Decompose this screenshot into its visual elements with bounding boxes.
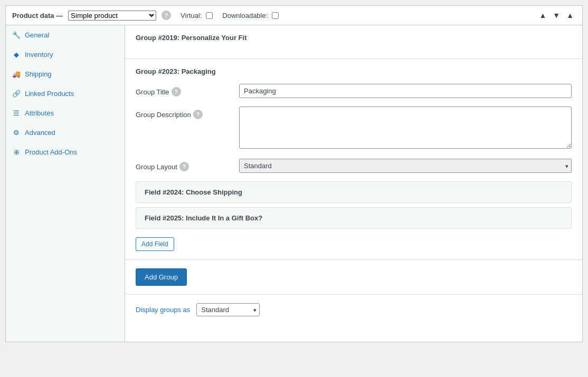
virtual-checkbox[interactable] (206, 12, 213, 19)
product-data-body: 🔧 General ◆ Inventory 🚚 Shipping 🔗 Linke… (6, 25, 582, 342)
display-groups-label: Display groups as (136, 306, 190, 314)
main-content: Group #2019: Personalize Your Fit Group … (125, 25, 582, 342)
group-title-label: Group Title ? (136, 84, 231, 96)
product-data-header: Product data — Simple product Grouped pr… (6, 6, 582, 25)
display-groups-select-wrapper: Standard Tabs Accordion (196, 303, 260, 316)
product-type-wrapper: Simple product Grouped product External/… (68, 11, 156, 21)
add-field-button[interactable]: Add Field (136, 237, 174, 251)
group1-title: Group #2019: Personalize Your Fit (136, 34, 572, 42)
header-actions: ▲ ▼ ▲ (537, 10, 576, 21)
expand-down-button[interactable]: ▼ (551, 10, 562, 21)
product-type-help-icon[interactable]: ? (162, 11, 171, 20)
display-groups-select[interactable]: Standard Tabs Accordion (196, 303, 260, 316)
sidebar-item-attributes-label: Attributes (25, 109, 54, 117)
group-description-row: Group Description ? (136, 107, 572, 150)
group-layout-label: Group Layout ? (136, 159, 231, 171)
sidebar-item-general-label: General (25, 31, 49, 39)
add-group-section: Add Group (125, 260, 582, 295)
truck-icon: 🚚 (12, 70, 21, 78)
plus-circle-icon: ⊕ (12, 148, 21, 156)
group-description-help-icon[interactable]: ? (193, 110, 203, 119)
downloadable-label: Downloadable: (222, 12, 268, 20)
sidebar-item-general[interactable]: 🔧 General (6, 25, 125, 45)
product-type-select[interactable]: Simple product Grouped product External/… (68, 11, 156, 21)
virtual-label: Virtual: (181, 12, 202, 20)
group-layout-select[interactable]: Standard Compact Inline (239, 159, 572, 173)
sidebar-item-attributes[interactable]: ☰ Attributes (6, 103, 125, 123)
list-icon: ☰ (12, 109, 21, 117)
display-groups-section: Display groups as Standard Tabs Accordio… (125, 295, 582, 325)
expand-up-button[interactable]: ▲ (537, 10, 548, 21)
group-layout-field: Standard Compact Inline (239, 159, 572, 173)
sidebar-item-advanced[interactable]: ⚙ Advanced (6, 123, 125, 142)
group-title-field (239, 84, 572, 98)
sidebar-item-product-add-ons[interactable]: ⊕ Product Add-Ons (6, 142, 125, 162)
add-group-button[interactable]: Add Group (136, 268, 187, 286)
sidebar: 🔧 General ◆ Inventory 🚚 Shipping 🔗 Linke… (6, 25, 125, 342)
field-item-2025: Field #2025: Include It In a Gift Box? (136, 207, 572, 229)
field-item-2024: Field #2024: Choose Shipping (136, 181, 572, 203)
group2-section: Group #2023: Packaging Group Title ? Gro… (125, 59, 582, 260)
product-data-panel: Product data — Simple product Grouped pr… (5, 5, 583, 342)
group-description-field (239, 107, 572, 150)
group-title-row: Group Title ? (136, 84, 572, 98)
virtual-group: Virtual: (181, 12, 213, 20)
group2-title: Group #2023: Packaging (136, 67, 572, 75)
fields-section: Field #2024: Choose Shipping Field #2025… (136, 181, 572, 251)
gear-icon: ⚙ (12, 128, 21, 137)
sidebar-item-linked-products-label: Linked Products (25, 90, 74, 98)
group-description-label: Group Description ? (136, 107, 231, 119)
group1-section: Group #2019: Personalize Your Fit (125, 25, 582, 59)
sidebar-item-inventory-label: Inventory (25, 51, 53, 59)
link-icon: 🔗 (12, 89, 21, 98)
downloadable-checkbox[interactable] (272, 12, 279, 19)
group-description-textarea[interactable] (239, 107, 572, 149)
sidebar-item-shipping-label: Shipping (25, 70, 52, 78)
sidebar-item-advanced-label: Advanced (25, 129, 55, 137)
sidebar-item-inventory[interactable]: ◆ Inventory (6, 45, 125, 64)
sidebar-item-shipping[interactable]: 🚚 Shipping (6, 64, 125, 84)
sidebar-item-product-add-ons-label: Product Add-Ons (25, 148, 77, 156)
wrench-icon: 🔧 (12, 31, 21, 39)
product-data-label: Product data — (12, 12, 63, 20)
group-title-input[interactable] (239, 84, 572, 98)
sidebar-item-linked-products[interactable]: 🔗 Linked Products (6, 84, 125, 103)
collapse-button[interactable]: ▲ (564, 10, 576, 21)
group-layout-row: Group Layout ? Standard Compact Inline (136, 159, 572, 173)
group-layout-help-icon[interactable]: ? (179, 162, 189, 171)
group-title-help-icon[interactable]: ? (172, 87, 181, 96)
diamond-icon: ◆ (12, 50, 21, 59)
downloadable-group: Downloadable: (222, 12, 279, 20)
group-layout-select-wrapper: Standard Compact Inline (239, 159, 572, 173)
